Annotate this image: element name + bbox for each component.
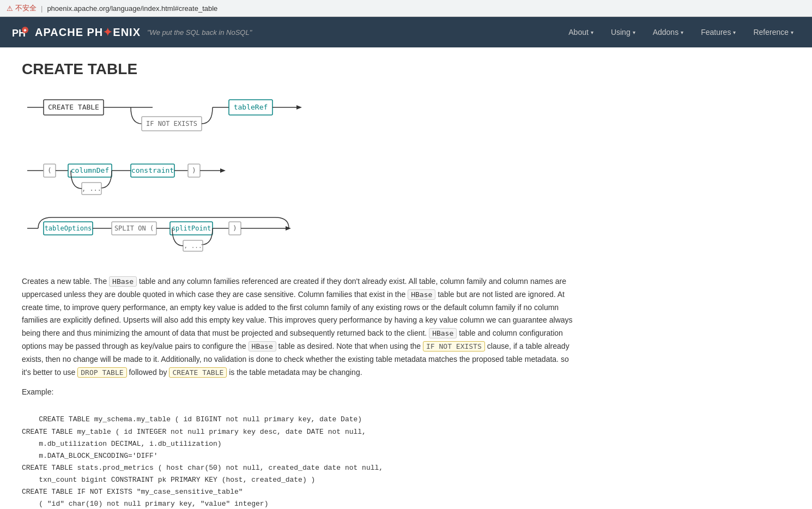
hbase-code-4: HBase xyxy=(249,341,276,352)
nav-menu: About ▾ Using ▾ Addons ▾ Features ▾ Refe… xyxy=(561,23,801,41)
svg-text:): ) xyxy=(192,166,196,174)
svg-marker-48 xyxy=(286,226,291,231)
url-bar[interactable]: phoenix.apache.org/language/index.html#c… xyxy=(47,4,217,13)
warning-icon: ⚠ xyxy=(7,4,13,13)
brand-name: APACHE PH✦ENIX xyxy=(35,26,141,39)
description-paragraph: Creates a new table. The HBase table and… xyxy=(22,275,578,379)
using-dropdown-caret: ▾ xyxy=(633,29,635,35)
create-table-code: CREATE TABLE xyxy=(169,367,227,378)
about-dropdown-caret: ▾ xyxy=(591,29,593,35)
example-label: Example: xyxy=(22,387,578,396)
svg-text:(: ( xyxy=(47,166,52,174)
if-not-exists-code: IF NOT EXISTS xyxy=(423,341,485,352)
separator: | xyxy=(41,4,43,13)
svg-text:tableRef: tableRef xyxy=(234,103,268,111)
phoenix-logo-icon: PH ✦ xyxy=(11,22,31,42)
nav-reference[interactable]: Reference ▾ xyxy=(746,23,801,41)
table-options-diagram-svg: tableOptions SPLIT ON ( splitPoint , ...… xyxy=(22,212,316,266)
nav-about[interactable]: About ▾ xyxy=(561,23,601,41)
addons-dropdown-caret: ▾ xyxy=(681,29,683,35)
reference-dropdown-caret: ▾ xyxy=(791,29,793,35)
svg-marker-15 xyxy=(296,105,302,110)
railroad-diagram-2: ( columnDef , ... constraint ) xyxy=(22,154,578,203)
svg-text:CREATE TABLE: CREATE TABLE xyxy=(48,103,99,111)
warning-label: 不安全 xyxy=(15,3,37,13)
svg-marker-31 xyxy=(220,168,226,173)
svg-text:constraint: constraint xyxy=(131,166,174,174)
svg-text:, ...: , ... xyxy=(184,243,202,250)
svg-text:, ...: , ... xyxy=(82,185,101,192)
code-example-block: CREATE TABLE my_schema.my_table ( id BIG… xyxy=(22,402,578,509)
create-table-diagram-svg: CREATE TABLE IF NOT EXISTS tableRef xyxy=(22,91,305,146)
railroad-diagram-1: CREATE TABLE IF NOT EXISTS tableRef xyxy=(22,91,578,146)
svg-text:✦: ✦ xyxy=(23,28,27,33)
nav-using[interactable]: Using ▾ xyxy=(603,23,643,41)
svg-text:SPLIT ON (: SPLIT ON ( xyxy=(114,225,154,232)
svg-text:columnDef: columnDef xyxy=(71,166,109,174)
nav-addons[interactable]: Addons ▾ xyxy=(645,23,691,41)
security-warning: ⚠ 不安全 xyxy=(7,3,37,13)
hbase-code-2: HBase xyxy=(408,289,435,300)
railroad-diagram-3: tableOptions SPLIT ON ( splitPoint , ...… xyxy=(22,212,578,266)
nav-features[interactable]: Features ▾ xyxy=(693,23,743,41)
browser-bar: ⚠ 不安全 | phoenix.apache.org/language/inde… xyxy=(0,0,812,17)
column-def-diagram-svg: ( columnDef , ... constraint ) xyxy=(22,154,240,203)
svg-text:splitPoint: splitPoint xyxy=(172,225,211,232)
svg-text:): ) xyxy=(233,224,237,232)
brand-logo[interactable]: PH ✦ APACHE PH✦ENIX xyxy=(11,22,141,42)
hbase-code-1: HBase xyxy=(109,276,137,287)
navbar: PH ✦ APACHE PH✦ENIX "We put the SQL back… xyxy=(0,17,812,47)
code-line-1: CREATE TABLE my_schema.my_table ( id BIG… xyxy=(22,415,383,509)
svg-text:tableOptions: tableOptions xyxy=(45,225,92,232)
svg-text:IF NOT EXISTS: IF NOT EXISTS xyxy=(146,120,197,128)
drop-table-code: DROP TABLE xyxy=(77,367,126,378)
hbase-code-3: HBase xyxy=(429,328,457,338)
main-content: CREATE TABLE CREATE TABLE IF NOT EXISTS … xyxy=(0,47,599,509)
brand-tagline: "We put the SQL back in NoSQL" xyxy=(147,28,252,37)
features-dropdown-caret: ▾ xyxy=(733,29,736,35)
page-title: CREATE TABLE xyxy=(22,60,578,78)
